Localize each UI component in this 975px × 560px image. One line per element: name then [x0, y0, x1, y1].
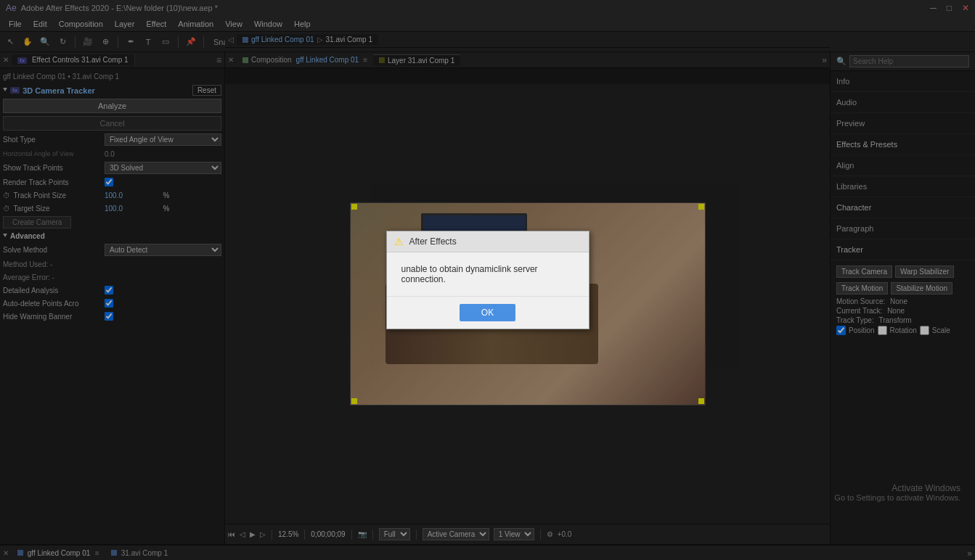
dialog-ok-button[interactable]: OK: [460, 304, 515, 321]
dialog-title: After Effects: [409, 236, 457, 247]
dialog-header: ⚠ After Effects: [387, 231, 589, 252]
dialog-box: ⚠ After Effects unable to obtain dynamic…: [386, 231, 590, 329]
dialog-body: unable to obtain dynamiclink server conn…: [387, 252, 589, 296]
dialog-overlay: ⚠ After Effects unable to obtain dynamic…: [0, 0, 975, 560]
dialog-warning-icon: ⚠: [394, 236, 404, 247]
dialog-footer: OK: [387, 296, 589, 329]
dialog-message: unable to obtain dynamiclink server conn…: [401, 264, 538, 284]
